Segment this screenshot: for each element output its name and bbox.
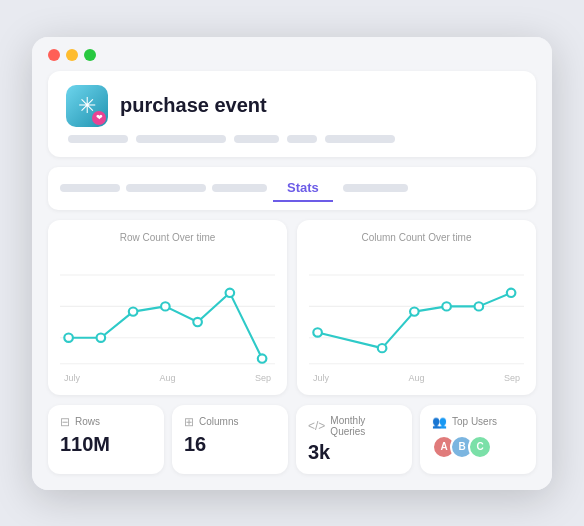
stat-columns-label: Columns [199, 416, 238, 427]
svg-point-19 [475, 302, 484, 310]
header-top: ❤ purchase event [66, 85, 518, 127]
svg-point-18 [442, 302, 451, 310]
minimize-button[interactable] [66, 49, 78, 61]
stat-rows-header: ⊟ Rows [60, 415, 152, 429]
browser-chrome [32, 37, 552, 71]
stat-card-columns: ⊞ Columns 16 [172, 405, 288, 474]
chart-left-x-july: July [64, 373, 80, 383]
chart-right-x-labels: July Aug Sep [309, 369, 524, 383]
chart-left-title: Row Count Over time [60, 232, 275, 243]
header-card: ❤ purchase event [48, 71, 536, 157]
maximize-button[interactable] [84, 49, 96, 61]
meta-pill-2 [136, 135, 226, 143]
stat-queries-label: Monthly Queries [330, 415, 400, 437]
stat-top-users-label: Top Users [452, 416, 497, 427]
svg-point-5 [97, 333, 106, 341]
stat-queries-value: 3k [308, 441, 400, 464]
app-icon: ❤ [66, 85, 108, 127]
meta-pill-5 [325, 135, 395, 143]
browser-window: ❤ purchase event Stats Row Co [32, 37, 552, 490]
svg-point-8 [193, 317, 202, 325]
svg-point-6 [129, 307, 138, 315]
svg-point-7 [161, 302, 170, 310]
page-title: purchase event [120, 94, 267, 117]
table-icon: ⊟ [60, 415, 70, 429]
chart-card-left: Row Count Over time [48, 220, 287, 395]
chart-right-x-sep: Sep [504, 373, 520, 383]
tab-pill-3[interactable] [212, 184, 267, 192]
stat-card-top-users: 👥 Top Users A B C [420, 405, 536, 474]
chart-right-svg [309, 249, 524, 369]
chart-right-x-july: July [313, 373, 329, 383]
chart-right-title: Column Count Over time [309, 232, 524, 243]
stat-rows-value: 110M [60, 433, 152, 456]
charts-row: Row Count Over time [48, 220, 536, 395]
stat-card-queries: </> Monthly Queries 3k [296, 405, 412, 474]
tab-pill-4[interactable] [343, 184, 408, 192]
chart-left-x-aug: Aug [159, 373, 175, 383]
meta-pill-3 [234, 135, 279, 143]
stat-columns-header: ⊞ Columns [184, 415, 276, 429]
header-meta [66, 135, 518, 143]
chart-right-x-aug: Aug [408, 373, 424, 383]
svg-point-4 [64, 333, 73, 341]
browser-body: ❤ purchase event Stats Row Co [32, 71, 552, 490]
chart-left-x-labels: July Aug Sep [60, 369, 275, 383]
code-icon: </> [308, 419, 325, 433]
svg-point-10 [258, 354, 267, 362]
columns-icon: ⊞ [184, 415, 194, 429]
stat-queries-header: </> Monthly Queries [308, 415, 400, 437]
tab-pill-2[interactable] [126, 184, 206, 192]
chart-right-area [309, 249, 524, 369]
stats-row: ⊟ Rows 110M ⊞ Columns 16 </> Monthly Que… [48, 405, 536, 474]
meta-pill-4 [287, 135, 317, 143]
tab-stats[interactable]: Stats [273, 175, 333, 202]
svg-point-15 [313, 328, 322, 336]
svg-point-9 [226, 288, 235, 296]
avatar-group: A B C [432, 435, 524, 459]
users-icon: 👥 [432, 415, 447, 429]
svg-point-16 [378, 343, 387, 351]
close-button[interactable] [48, 49, 60, 61]
chart-left-x-sep: Sep [255, 373, 271, 383]
avatar-3: C [468, 435, 492, 459]
stat-columns-value: 16 [184, 433, 276, 456]
chart-card-right: Column Count Over time [297, 220, 536, 395]
stat-top-users-header: 👥 Top Users [432, 415, 524, 429]
app-icon-badge: ❤ [92, 111, 106, 125]
tab-bar: Stats [48, 167, 536, 210]
svg-point-20 [507, 288, 516, 296]
meta-pill-1 [68, 135, 128, 143]
chart-left-area [60, 249, 275, 369]
chart-left-svg [60, 249, 275, 369]
tab-pill-1[interactable] [60, 184, 120, 192]
stat-rows-label: Rows [75, 416, 100, 427]
stat-card-rows: ⊟ Rows 110M [48, 405, 164, 474]
svg-point-17 [410, 307, 419, 315]
